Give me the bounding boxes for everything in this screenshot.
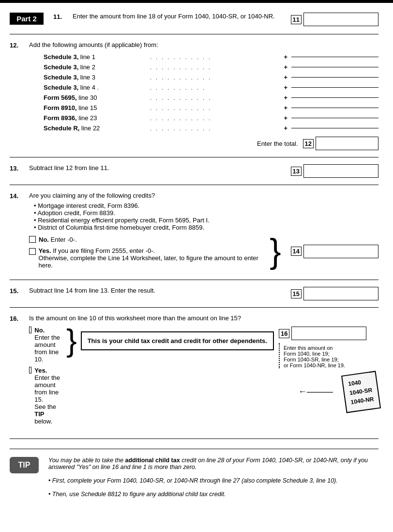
line14-input[interactable] <box>303 245 378 258</box>
line13-text: Subtract line 12 from line 11. <box>29 164 286 172</box>
line16-note-area: Enter this amount on Form 1040, line 19;… <box>279 343 345 368</box>
schedule-row-7: Schedule R, line 22 . . . . . . . . . . … <box>44 125 378 132</box>
divider-12-13 <box>10 157 378 157</box>
line14-options: No. Enter -0-. Yes. If you are filing Fo… <box>29 236 378 273</box>
line15-text: Subtract line 14 from line 13. Enter the… <box>29 287 286 294</box>
schedule-label-0: Schedule 3, line 1 <box>44 53 150 61</box>
schedule-label-4: Form 5695, line 30 <box>44 94 150 101</box>
line16-brace: } <box>66 327 77 355</box>
schedule-dots-3: . . . . . . . . . . <box>150 85 280 91</box>
tip-section: TIP You may be able to take the addition… <box>10 449 378 498</box>
line16-no-row: No. Enter the amount from line 10. <box>29 327 61 363</box>
schedule-line-7 <box>291 128 378 128</box>
schedule-plus-2: + <box>284 74 287 81</box>
line12-intro: Add the following amounts (if applicable… <box>29 41 378 48</box>
part2-label: Part 2 <box>10 13 44 25</box>
schedule-dots-7: . . . . . . . . . . . <box>150 125 280 131</box>
page-content: Part 2 11. Enter the amount from line 18… <box>0 3 393 507</box>
line16-tip-ref: See the TIP below. <box>34 403 61 425</box>
line11-text: Enter the amount from line 18 of your Fo… <box>73 13 286 20</box>
bullet-1: • Adoption credit, Form 8839. <box>34 209 378 217</box>
schedule-plus-0: + <box>284 53 287 61</box>
schedule-dots-0: . . . . . . . . . . . <box>150 54 280 60</box>
line13-box-container: 13 <box>291 164 378 178</box>
schedule-row-5: Form 8910, line 15 . . . . . . . . . . .… <box>44 104 378 111</box>
divider-15-16 <box>10 307 378 308</box>
schedule-dots-1: . . . . . . . . . . . <box>150 64 280 70</box>
schedule-plus-4: + <box>284 94 287 101</box>
line14-row: 14. Are you claiming any of the followin… <box>10 192 378 273</box>
line16-child-tax-text: This is your child tax credit and credit… <box>81 331 274 351</box>
schedule-dots-6: . . . . . . . . . . . <box>150 115 280 121</box>
line16-intro: Is the amount on line 10 of this workshe… <box>29 314 378 322</box>
schedule-row-4: Form 5695, line 30 . . . . . . . . . . .… <box>44 94 378 101</box>
tip-para2: • First, complete your Form 1040, 1040-S… <box>48 477 378 484</box>
schedule-plus-3: + <box>284 84 287 91</box>
line14-bracket-right: } 14 <box>270 236 378 266</box>
line14-no-row: No. Enter -0-. <box>29 236 265 243</box>
line16-input[interactable] <box>291 327 366 340</box>
line11-box-container: 11 <box>291 13 378 26</box>
divider-14-15 <box>10 280 378 280</box>
line14-box-label: 14 <box>291 247 302 256</box>
line14-bracket: } <box>270 236 281 266</box>
line16-no-checkbox[interactable] <box>29 327 31 333</box>
line16-yes-content: Yes. Enter the amount from line 15. See … <box>34 367 61 425</box>
schedule-label-6: Form 8936, line 23 <box>44 114 150 122</box>
tip-label: TIP <box>10 457 39 473</box>
line12-box-label: 12 <box>303 139 314 148</box>
schedule-dots-2: . . . . . . . . . . . <box>150 75 280 80</box>
line16-number: 16. <box>10 314 24 322</box>
line12-input[interactable] <box>316 137 378 150</box>
line16-box-label: 16 <box>279 329 289 338</box>
schedule-plus-1: + <box>284 63 287 71</box>
schedule-label-3: Schedule 3, line 4 . <box>44 84 150 91</box>
line16-form-ref: ←――― 1040 1040-SR 1040-NR <box>298 373 378 411</box>
line12-content: Add the following amounts (if applicable… <box>29 41 378 150</box>
line14-number: 14. <box>10 192 24 200</box>
line11-input[interactable] <box>303 13 378 26</box>
line12-number: 12. <box>10 41 24 49</box>
line12-total-row: Enter the total. 12 <box>44 137 378 150</box>
divider-11-12 <box>10 34 378 34</box>
divider-13-14 <box>10 185 378 185</box>
bullet-2: • Residential energy efficient property … <box>34 217 378 224</box>
part2-header: Part 2 11. Enter the amount from line 18… <box>10 13 378 26</box>
schedule-line-0 <box>291 57 378 57</box>
line15-box-container: 15 <box>291 287 378 300</box>
schedule-dots-5: . . . . . . . . . . . <box>150 105 280 111</box>
line15-input[interactable] <box>303 287 378 300</box>
line14-box-container: 14 <box>291 245 378 258</box>
line12-row: 12. Add the following amounts (if applic… <box>10 41 378 150</box>
schedule-line-1 <box>291 67 378 67</box>
line16-checkboxes: No. Enter the amount from line 10. Yes. … <box>29 327 61 429</box>
schedule-line-2 <box>291 77 378 78</box>
line14-yes-content: Yes. If you are filing Form 2555, enter … <box>39 247 265 269</box>
form-ref-box: 1040 1040-SR 1040-NR <box>341 371 381 413</box>
line16-form-ref-area: ←――― 1040 1040-SR 1040-NR <box>298 373 378 411</box>
line16-brace-area: } This is your child tax credit and cred… <box>66 327 274 355</box>
line16-content: Is the amount on line 10 of this workshe… <box>29 314 378 429</box>
line11-box-label: 11 <box>291 15 302 24</box>
schedule-label-1: Schedule 3, line 2 <box>44 63 150 71</box>
schedule-row-2: Schedule 3, line 3 . . . . . . . . . . .… <box>44 74 378 81</box>
tip-content: You may be able to take the additional c… <box>48 457 378 498</box>
schedule-plus-6: + <box>284 114 287 122</box>
line14-yes-row: Yes. If you are filing Form 2555, enter … <box>29 247 265 269</box>
schedule-dots-4: . . . . . . . . . . . <box>150 95 280 101</box>
schedule-plus-7: + <box>284 125 287 132</box>
line14-no-checkbox[interactable] <box>29 236 36 243</box>
line16-row: 16. Is the amount on line 10 of this wor… <box>10 314 378 429</box>
schedule-row-1: Schedule 3, line 2 . . . . . . . . . . .… <box>44 63 378 71</box>
line14-options-left: No. Enter -0-. Yes. If you are filing Fo… <box>29 236 265 273</box>
line16-yes-checkbox[interactable] <box>29 367 31 374</box>
line13-number: 13. <box>10 164 24 172</box>
line15-box-label: 15 <box>291 289 302 298</box>
line13-box-label: 13 <box>291 167 302 176</box>
schedule-row-3: Schedule 3, line 4 . . . . . . . . . . .… <box>44 84 378 91</box>
line14-yes-checkbox[interactable] <box>29 248 36 255</box>
schedule-line-5 <box>291 108 378 108</box>
line15-number: 15. <box>10 287 24 295</box>
tip-para1: You may be able to take the additional c… <box>48 457 378 470</box>
line13-input[interactable] <box>303 164 378 178</box>
